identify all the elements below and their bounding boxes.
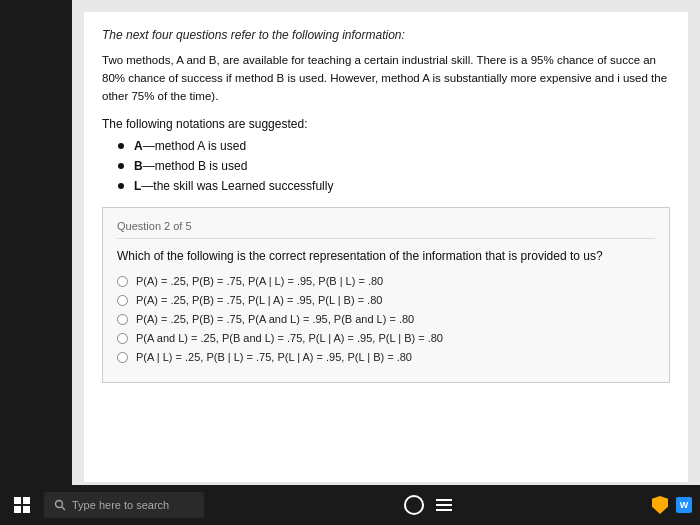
windows-start-button[interactable] [8,491,36,519]
bullet-l [118,183,124,189]
taskbar: Type here to search W [0,485,700,525]
intro-text: The next four questions refer to the fol… [102,28,670,42]
svg-line-1 [62,507,65,510]
shield-icon [652,496,668,514]
radio-2[interactable] [117,295,128,306]
answer-option-2[interactable]: P(A) = .25, P(B) = .75, P(L | A) = .95, … [117,294,655,306]
notations-header: The following notations are suggested: [102,117,670,131]
answer-option-3[interactable]: P(A) = .25, P(B) = .75, P(A and L) = .95… [117,313,655,325]
question-text: Which of the following is the correct re… [117,249,655,263]
answer-options-list: P(A) = .25, P(B) = .75, P(A | L) = .95, … [117,275,655,363]
taskbar-search-bar[interactable]: Type here to search [44,492,204,518]
taskbar-circle-button[interactable] [404,495,424,515]
answer-text-5: P(A | L) = .25, P(B | L) = .75, P(L | A)… [136,351,412,363]
main-content: The next four questions refer to the fol… [72,0,700,485]
radio-1[interactable] [117,276,128,287]
answer-option-5[interactable]: P(A | L) = .25, P(B | L) = .75, P(L | A)… [117,351,655,363]
notation-b: B—method B is used [118,159,670,173]
search-placeholder-text: Type here to search [72,499,169,511]
radio-4[interactable] [117,333,128,344]
notation-a: A—method A is used [118,139,670,153]
answer-option-4[interactable]: P(A and L) = .25, P(B and L) = .75, P(L … [117,332,655,344]
answer-text-3: P(A) = .25, P(B) = .75, P(A and L) = .95… [136,313,414,325]
tray-app-icon: W [676,497,692,513]
notation-l: L—the skill was Learned successfully [118,179,670,193]
question-label: Question 2 of 5 [117,220,655,239]
taskbar-menu-button[interactable] [436,499,452,511]
taskbar-center-area [212,495,644,515]
answer-text-1: P(A) = .25, P(B) = .75, P(A | L) = .95, … [136,275,383,287]
radio-5[interactable] [117,352,128,363]
left-panel [0,0,72,485]
answer-option-1[interactable]: P(A) = .25, P(B) = .75, P(A | L) = .95, … [117,275,655,287]
bullet-a [118,143,124,149]
notations-list: A—method A is used B—method B is used L—… [118,139,670,193]
document-paper: The next four questions refer to the fol… [84,12,688,482]
search-icon [54,499,66,511]
description-text: Two methods, A and B, are available for … [102,52,670,105]
radio-3[interactable] [117,314,128,325]
windows-logo-icon [14,497,30,513]
answer-text-4: P(A and L) = .25, P(B and L) = .75, P(L … [136,332,443,344]
question-box: Question 2 of 5 Which of the following i… [102,207,670,383]
bullet-b [118,163,124,169]
answer-text-2: P(A) = .25, P(B) = .75, P(L | A) = .95, … [136,294,382,306]
system-tray: W [652,496,692,514]
